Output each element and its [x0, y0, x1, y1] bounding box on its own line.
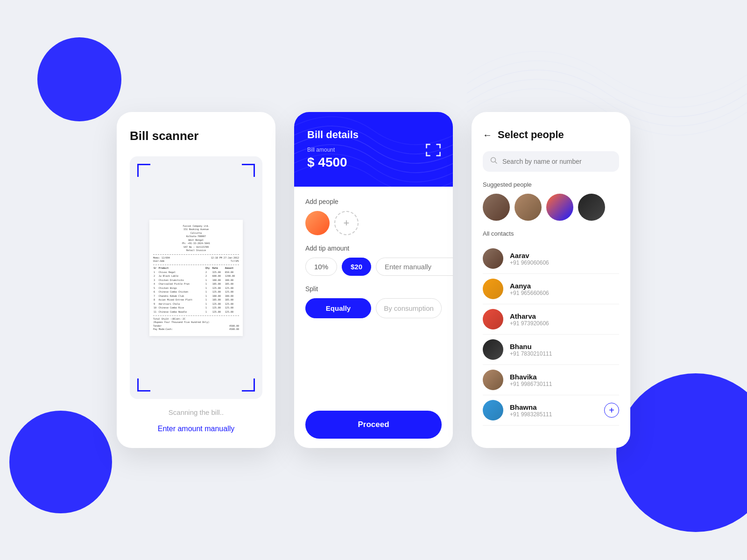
bg-circle-bottom-right — [616, 373, 747, 532]
split-section: Split Equally By consumption — [305, 285, 442, 318]
contact-item-aarav[interactable]: Aarav +91 969060606 — [483, 244, 619, 274]
screens-container: Bill scanner Fusion Company Ltd. 151 Boo… — [117, 112, 630, 448]
contact-info-bhawna: Bhawna +91 9983285111 — [510, 403, 598, 418]
contact-avatar-aarav — [483, 248, 503, 269]
search-box — [483, 151, 619, 172]
contact-avatar-bhawna — [483, 400, 503, 420]
tip-10-button[interactable]: 10% — [305, 258, 337, 276]
scan-corner-bl — [137, 378, 150, 392]
scanner-status: Scanning the bill.. — [130, 408, 262, 416]
details-body: Add people + Add tip amount 10% $20 Spli… — [294, 187, 453, 448]
contact-phone-aanya: +91 965660606 — [510, 290, 619, 296]
suggested-avatar-3[interactable] — [546, 194, 573, 221]
bg-circle-top-left — [37, 37, 121, 121]
split-label: Split — [305, 285, 442, 293]
details-title: Bill details — [307, 129, 440, 141]
svg-rect-1 — [426, 144, 427, 148]
scanner-title: Bill scanner — [130, 129, 262, 143]
all-contacts-label: All contacts — [483, 230, 619, 237]
contact-item-aanya[interactable]: Aanya +91 965660606 — [483, 274, 619, 304]
contact-name-atharva: Atharva — [510, 312, 619, 320]
contact-info-bhavika: Bhavika +91 9986730111 — [510, 373, 619, 387]
suggested-avatar-4[interactable] — [578, 194, 605, 221]
contact-item-bhanu[interactable]: Bhanu +91 7830210111 — [483, 335, 619, 365]
contact-phone-bhanu: +91 7830210111 — [510, 350, 619, 357]
add-tip-section: Add tip amount 10% $20 — [305, 245, 442, 276]
contact-name-aarav: Aarav — [510, 252, 619, 259]
suggested-label: Suggested people — [483, 181, 619, 188]
contact-avatar-aanya — [483, 279, 503, 299]
tip-manual-input[interactable] — [376, 258, 453, 276]
add-tip-label: Add tip amount — [305, 245, 442, 252]
person-avatar — [305, 211, 330, 235]
contact-name-bhavika: Bhavika — [510, 373, 619, 381]
scan-corner-br — [242, 378, 255, 392]
split-row: Equally By consumption — [305, 298, 442, 318]
tip-row: 10% $20 — [305, 258, 442, 276]
suggested-avatar-1[interactable] — [483, 194, 510, 221]
people-header-row: ← Select people — [483, 129, 619, 141]
details-header: Bill details Bill amount $ 4500 — [294, 112, 453, 187]
enter-amount-manually-link[interactable]: Enter amount manually — [130, 425, 262, 433]
contacts-list: Aarav +91 969060606 Aanya +91 965660606 … — [483, 244, 619, 435]
contact-phone-atharva: +91 973920606 — [510, 320, 619, 327]
split-equally-button[interactable]: Equally — [305, 298, 371, 318]
suggested-avatar-2[interactable] — [514, 194, 542, 221]
tip-20-button[interactable]: $20 — [342, 258, 371, 276]
search-input[interactable] — [502, 158, 612, 165]
contact-phone-bhavika: +91 9986730111 — [510, 381, 619, 387]
add-person-button[interactable]: + — [334, 211, 359, 235]
contact-item-bhavika[interactable]: Bhavika +91 9986730111 — [483, 365, 619, 395]
contact-item-atharva[interactable]: Atharva +91 973920606 — [483, 304, 619, 335]
proceed-button[interactable]: Proceed — [305, 411, 442, 439]
people-title: Select people — [498, 129, 564, 141]
search-icon — [490, 157, 498, 166]
svg-line-9 — [495, 162, 497, 164]
screen-bill-details: Bill details Bill amount $ 4500 — [294, 112, 453, 448]
svg-rect-5 — [426, 155, 430, 156]
bill-amount-label: Bill amount — [307, 147, 440, 153]
contact-name-bhawna: Bhawna — [510, 403, 598, 411]
contact-info-aarav: Aarav +91 969060606 — [510, 252, 619, 266]
add-people-section: Add people + — [305, 198, 442, 235]
contact-info-bhanu: Bhanu +91 7830210111 — [510, 343, 619, 357]
bill-amount: $ 4500 — [307, 155, 440, 170]
bg-circle-bottom-left — [9, 411, 112, 513]
contact-phone-bhawna: +91 9983285111 — [510, 411, 598, 418]
add-people-label: Add people — [305, 198, 442, 205]
suggested-avatars — [483, 194, 619, 221]
contact-info-atharva: Atharva +91 973920606 — [510, 312, 619, 327]
scanner-viewport: Fusion Company Ltd. 151 Booking Avenue C… — [130, 156, 262, 399]
svg-rect-7 — [436, 155, 441, 156]
scan-icon[interactable] — [425, 140, 442, 159]
split-consumption-button[interactable]: By consumption — [376, 298, 442, 318]
contact-phone-aarav: +91 969060606 — [510, 259, 619, 266]
contact-item-bhawna[interactable]: Bhawna +91 9983285111 + — [483, 395, 619, 426]
contact-name-bhanu: Bhanu — [510, 343, 619, 350]
contact-avatar-atharva — [483, 309, 503, 329]
people-row: + — [305, 211, 442, 235]
receipt-paper: Fusion Company Ltd. 151 Booking Avenue C… — [149, 220, 243, 336]
back-button[interactable]: ← — [483, 130, 492, 140]
screen-select-people: ← Select people Suggested people All con… — [472, 112, 630, 448]
contact-avatar-bhanu — [483, 339, 503, 360]
scan-corner-tl — [137, 164, 150, 177]
scan-corner-tr — [242, 164, 255, 177]
screen-bill-scanner: Bill scanner Fusion Company Ltd. 151 Boo… — [117, 112, 275, 448]
contact-name-aanya: Aanya — [510, 282, 619, 290]
contact-info-aanya: Aanya +91 965660606 — [510, 282, 619, 296]
svg-rect-3 — [439, 144, 441, 148]
contact-avatar-bhavika — [483, 370, 503, 390]
add-contact-button[interactable]: + — [604, 403, 619, 418]
